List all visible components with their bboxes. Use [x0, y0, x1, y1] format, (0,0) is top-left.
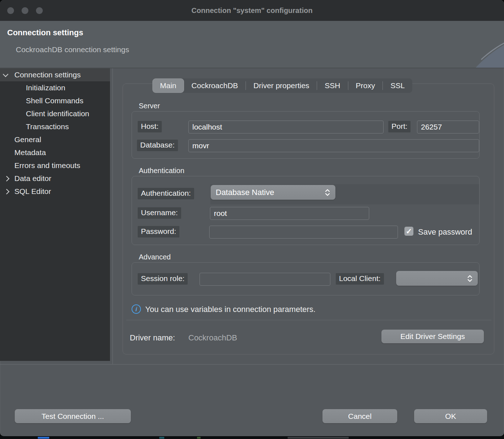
dock-highlight-blue [38, 437, 49, 439]
edit-driver-settings-button[interactable]: Edit Driver Settings [381, 330, 484, 343]
advanced-group-title: Advanced [139, 253, 171, 261]
server-group: Host: Port: Database: [132, 111, 480, 159]
save-password-label[interactable]: Save password [418, 227, 472, 237]
sidebar-item-label: Initialization [26, 83, 65, 92]
panel-divider [126, 320, 491, 320]
port-input[interactable] [417, 121, 479, 133]
dialog-header: Connection settings CockroachDB connecti… [0, 21, 504, 68]
window-title: Connection "system" configuration [0, 0, 504, 21]
sidebar-item-label: Errors and timeouts [14, 161, 80, 170]
updown-chevron-icon [325, 189, 330, 196]
session-role-input[interactable] [200, 273, 330, 286]
host-input[interactable] [188, 121, 384, 133]
driver-name-value: CockroachDB [188, 333, 237, 343]
sidebar-item-shell-commands[interactable]: Shell Commands [0, 94, 110, 107]
dock-highlight-gray [288, 437, 349, 439]
sidebar-item-connection-settings[interactable]: Connection settings [0, 68, 110, 81]
authentication-group-title: Authentication [139, 167, 184, 175]
info-icon: i [132, 304, 141, 314]
chevron-down-icon[interactable] [3, 72, 9, 77]
username-label: Username: [138, 207, 181, 219]
dock-highlight-teal [159, 437, 164, 439]
database-input[interactable] [188, 139, 479, 152]
tab-proxy[interactable]: Proxy [348, 78, 383, 93]
ok-button[interactable]: OK [414, 409, 487, 423]
tab-ssl[interactable]: SSL [383, 78, 412, 93]
driver-name-label: Driver name: [130, 333, 175, 343]
sidebar-item-label: Shell Commands [26, 96, 83, 105]
sidebar-item-transactions[interactable]: Transactions [0, 120, 110, 133]
sidebar-divider [113, 68, 113, 364]
decorative-swoosh [445, 21, 504, 68]
local-client-label: Local Client: [336, 273, 384, 285]
tab-ssh[interactable]: SSH [317, 78, 348, 93]
sidebar-item-label: Metadata [14, 148, 46, 157]
chevron-right-icon[interactable] [4, 176, 10, 182]
authentication-selected-value: Database Native [216, 188, 321, 197]
server-group-title: Server [139, 102, 160, 110]
sidebar-item-sql-editor[interactable]: SQL Editor [0, 185, 110, 198]
sidebar-item-client-identification[interactable]: Client identification [0, 107, 110, 120]
local-client-select[interactable] [396, 271, 478, 286]
main-tab-panel: Server Host: Port: Database: Authenticat… [123, 83, 494, 354]
tab-cockroachdb[interactable]: CockroachDB [184, 78, 246, 93]
sidebar-item-general[interactable]: General [0, 133, 110, 146]
sidebar-item-label: Connection settings [14, 71, 81, 79]
sidebar-item-label: Data editor [14, 174, 51, 183]
updown-chevron-icon [467, 275, 473, 282]
title-bar[interactable]: Connection "system" configuration [0, 0, 504, 21]
password-label: Password: [138, 226, 179, 237]
tab-strip: MainCockroachDBDriver propertiesSSHProxy… [152, 78, 412, 93]
page-subtitle: CockroachDB connection settings [16, 45, 129, 54]
sidebar-item-label: General [14, 135, 41, 144]
session-role-label: Session role: [138, 273, 188, 285]
username-input[interactable] [210, 207, 369, 220]
save-password-checkbox[interactable]: ✓ [404, 226, 414, 236]
password-input[interactable] [209, 226, 398, 239]
sidebar-item-initialization[interactable]: Initialization [0, 81, 110, 94]
variables-hint-text: You can use variables in connection para… [145, 305, 316, 314]
test-connection-button[interactable]: Test Connection ... [15, 409, 131, 423]
database-label: Database: [137, 140, 178, 151]
sidebar-item-data-editor[interactable]: Data editor [0, 172, 110, 185]
footer-divider [0, 364, 504, 365]
port-label: Port: [388, 121, 411, 132]
sidebar-item-metadata[interactable]: Metadata [0, 146, 110, 159]
screen-edge-strip [0, 436, 504, 439]
page-title: Connection settings [7, 28, 83, 37]
chevron-right-icon[interactable] [4, 189, 10, 195]
tab-driver-properties[interactable]: Driver properties [246, 78, 317, 93]
authentication-label: Authentication: [138, 188, 194, 199]
advanced-group: Session role: Local Client: [132, 262, 480, 295]
sidebar-item-label: SQL Editor [14, 187, 51, 196]
connection-config-dialog: Connection "system" configuration Connec… [0, 0, 504, 436]
authentication-select[interactable]: Database Native [211, 185, 335, 200]
host-label: Host: [138, 121, 162, 132]
sidebar-item-label: Client identification [26, 109, 89, 118]
dock-highlight-green [197, 437, 201, 439]
sidebar-item-errors-and-timeouts[interactable]: Errors and timeouts [0, 159, 110, 172]
authentication-group: Authentication: Database Native Username… [132, 176, 480, 245]
cancel-button[interactable]: Cancel [322, 409, 397, 423]
tab-main[interactable]: Main [152, 78, 184, 93]
sidebar-item-label: Transactions [26, 122, 69, 131]
settings-tree: Connection settingsInitializationShell C… [0, 68, 110, 361]
